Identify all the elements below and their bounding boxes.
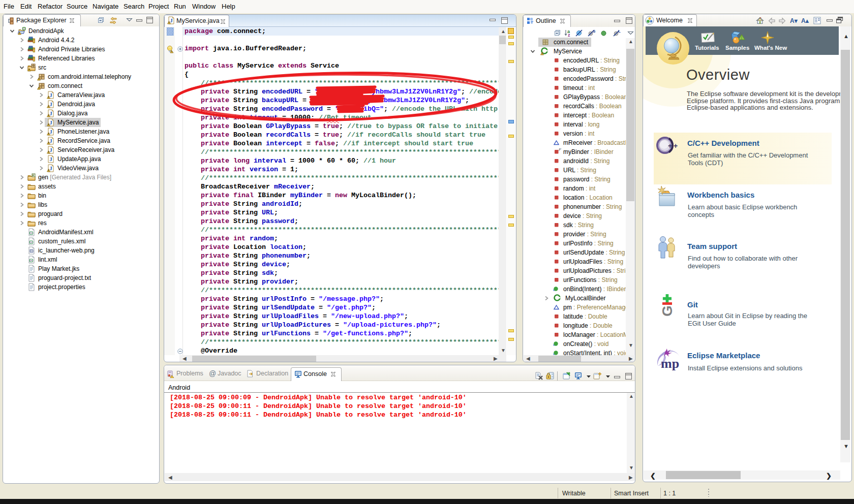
svg-text:J: J bbox=[49, 129, 52, 135]
svg-text:G: G bbox=[661, 305, 675, 317]
svg-text:+: + bbox=[668, 142, 672, 150]
svg-text:J: J bbox=[49, 138, 52, 144]
svg-text:J: J bbox=[49, 92, 52, 98]
svg-text:+: + bbox=[674, 142, 678, 150]
svg-text:J: J bbox=[49, 101, 52, 107]
svg-text:J: J bbox=[170, 17, 173, 23]
svg-text:J: J bbox=[49, 165, 52, 171]
svg-text:mp: mp bbox=[661, 356, 679, 371]
svg-text:J: J bbox=[49, 110, 52, 116]
svg-text:J: J bbox=[49, 156, 52, 162]
svg-text:J: J bbox=[49, 119, 52, 125]
svg-text:J: J bbox=[49, 147, 52, 153]
